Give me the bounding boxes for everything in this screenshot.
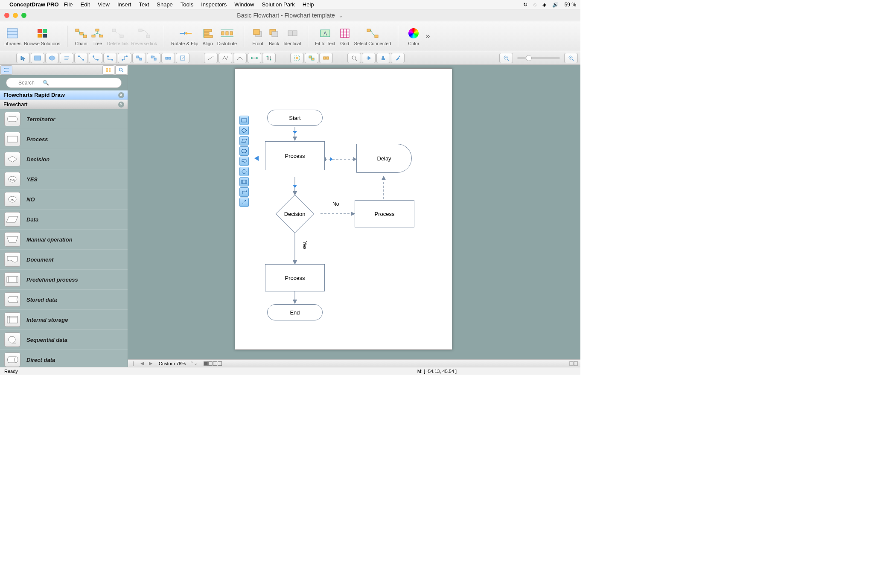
menu-view[interactable]: View [98,1,110,8]
menu-help[interactable]: Help [303,1,314,8]
stamp-tool[interactable] [376,53,390,63]
shape-sequential-data[interactable]: Sequential data [0,330,128,350]
node-delay[interactable]: Delay [356,144,412,173]
toolbar-libraries[interactable]: Libraries [3,26,21,46]
view-mode-icon[interactable] [569,361,578,366]
line-tool-3[interactable] [233,53,247,63]
page[interactable]: Start Process Delay Decision No Yes Proc… [235,68,452,350]
page-thumb[interactable] [208,361,213,366]
toolbar-reverse-link[interactable]: Reverse link [131,26,157,46]
toolbar-distribute[interactable]: Distribute [217,26,237,46]
toolbar-align[interactable]: Align [201,26,215,46]
menu-shape[interactable]: Shape [157,1,173,8]
connector-tool-5[interactable] [132,53,146,63]
menu-window[interactable]: Window [234,1,254,8]
node-process3[interactable]: Process [265,264,325,291]
group-tool-1[interactable] [290,53,304,63]
window-maximize-button[interactable] [21,13,26,18]
shape-no[interactable]: NONO [0,189,128,210]
next-page-button[interactable]: ▶ [148,361,154,366]
sync-icon[interactable]: ↻ [523,2,527,8]
connector-tool-1[interactable] [74,53,88,63]
lib-header-flowchart[interactable]: Flowchart × [0,100,128,109]
rectangle-tool[interactable] [31,53,44,63]
page-thumb[interactable] [204,361,208,366]
shape-predefined-process[interactable]: Predefined process [0,270,128,290]
qp-diamond[interactable] [239,126,249,135]
shape-decision[interactable]: Decision [0,149,128,169]
shape-yes[interactable]: YESYES [0,169,128,189]
shape-document[interactable]: Document [0,250,128,270]
connector-tool-2[interactable] [89,53,102,63]
shape-manual-operation[interactable]: Manual operation [0,230,128,250]
line-tool-5[interactable] [262,53,276,63]
search-input[interactable] [6,78,122,88]
page-thumb[interactable] [213,361,217,366]
pointer-tool[interactable] [16,53,30,63]
menu-inspectors[interactable]: Inspectors [201,1,227,8]
shape-data[interactable]: Data [0,210,128,230]
page-thumb[interactable] [218,361,222,366]
qp-connector[interactable] [239,187,249,197]
menu-tools[interactable]: Tools [181,1,193,8]
zoom-slider-knob[interactable] [526,55,532,61]
bluetooth-icon[interactable]: ⎋ [533,2,536,8]
zoom-stepper[interactable]: ⌃⌄ [190,361,198,366]
qp-parallelogram[interactable] [239,136,249,146]
menu-insert[interactable]: Insert [117,1,131,8]
shape-direct-data[interactable]: Direct data [0,350,128,367]
line-tool-4[interactable] [248,53,261,63]
pause-icon[interactable]: ‖ [131,361,137,366]
group-tool-2[interactable] [305,53,318,63]
node-start[interactable]: Start [267,110,323,126]
zoom-out-button[interactable] [499,53,513,63]
sidebar-tab-search[interactable] [115,65,127,75]
shape-internal-storage[interactable]: Internal storage [0,310,128,330]
toolbar-select-connected[interactable]: Select Connected [354,26,391,46]
shape-stored-data[interactable]: Stored data [0,290,128,310]
zoom-slider[interactable] [517,57,560,59]
shape-process[interactable]: Process [0,129,128,149]
eyedropper-tool[interactable] [391,53,405,63]
toolbar-front[interactable]: Front [251,26,265,46]
prev-page-button[interactable]: ◀ [139,361,145,366]
node-process2[interactable]: Process [355,200,414,227]
node-end[interactable]: End [267,304,323,320]
toolbar-rotate-flip[interactable]: Rotate & Flip [171,26,198,46]
wifi-icon[interactable]: ◈ [542,2,546,8]
menu-file[interactable]: File [64,1,73,8]
menu-edit[interactable]: Edit [81,1,90,8]
node-decision[interactable]: Decision [276,195,315,233]
connector-tool-3[interactable] [103,53,117,63]
text-tool[interactable] [60,53,73,63]
ellipse-tool[interactable] [45,53,59,63]
toolbar-back[interactable]: Back [267,26,281,46]
toolbar-grid[interactable]: Grid [338,26,352,46]
qp-document[interactable] [239,157,249,166]
link-tool[interactable] [176,53,189,63]
connector-tool-4[interactable] [118,53,131,63]
pan-tool[interactable] [362,53,376,63]
volume-icon[interactable]: 🔊 [552,2,559,8]
qp-arrow[interactable] [239,198,249,207]
toolbar-fit-to-text[interactable]: A Fit to Text [315,26,335,46]
group-tool-3[interactable] [319,53,333,63]
line-tool-2[interactable] [218,53,232,63]
toolbar-delete-link[interactable]: Delete link [107,26,128,46]
qp-circle[interactable] [239,167,249,176]
shape-terminator[interactable]: Terminator [0,109,128,129]
app-name[interactable]: ConceptDraw PRO [9,1,59,8]
qp-predefined[interactable] [239,177,249,186]
window-close-button[interactable] [4,13,9,18]
toolbar-tree[interactable]: Tree [90,26,104,46]
toolbar-color[interactable]: Color [407,26,420,46]
line-tool-1[interactable] [204,53,218,63]
node-process1[interactable]: Process [265,141,325,170]
qp-rect[interactable] [239,116,249,125]
sidebar-tab-grid[interactable] [102,65,114,75]
document-title[interactable]: Basic Flowchart - Flowchart template ⌄ [237,12,343,19]
connector-tool-7[interactable] [161,53,175,63]
canvas[interactable]: Start Process Delay Decision No Yes Proc… [128,65,580,367]
menu-solution-park[interactable]: Solution Park [262,1,294,8]
menu-text[interactable]: Text [139,1,149,8]
